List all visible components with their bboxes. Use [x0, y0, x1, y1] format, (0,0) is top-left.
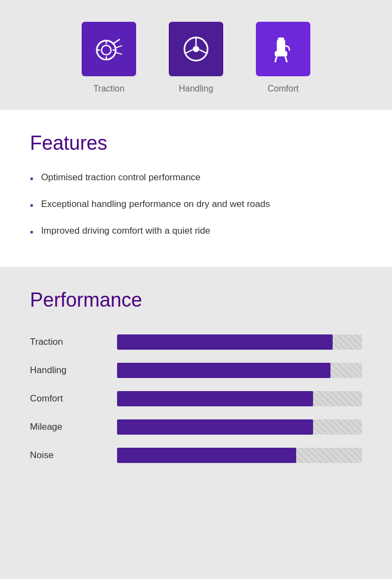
traction-icon	[93, 33, 125, 65]
perf-label: Noise	[30, 450, 117, 461]
traction-icon-box	[82, 22, 136, 76]
handling-icon-box	[169, 22, 223, 76]
icon-item-comfort: Comfort	[256, 22, 310, 94]
perf-row: Handling	[30, 356, 362, 385]
perf-label: Comfort	[30, 393, 117, 404]
perf-label: Handling	[30, 365, 117, 376]
svg-rect-13	[278, 38, 284, 42]
features-section: Features ▪ Optimised traction control pe…	[0, 110, 392, 267]
list-item: ▪ Exceptional handling performance on dr…	[30, 198, 362, 212]
features-title: Features	[30, 132, 362, 155]
perf-bar-fill	[117, 363, 330, 378]
perf-bar-fill	[117, 419, 313, 435]
svg-point-7	[193, 46, 199, 52]
svg-rect-12	[275, 51, 287, 57]
icon-item-handling: Handling	[169, 22, 223, 94]
handling-icon	[180, 33, 212, 65]
perf-bar-container	[117, 419, 362, 435]
icon-item-traction: Traction	[82, 22, 136, 94]
list-item: ▪ Optimised traction control performance	[30, 171, 362, 186]
performance-title: Performance	[30, 289, 362, 312]
perf-row: Comfort	[30, 385, 362, 413]
icons-section: Traction Handling	[0, 0, 392, 110]
svg-line-9	[186, 50, 193, 53]
perf-bar-container	[117, 391, 362, 406]
features-list: ▪ Optimised traction control performance…	[30, 171, 362, 240]
bullet-icon: ▪	[30, 199, 33, 212]
perf-bar-container	[117, 363, 362, 378]
perf-bar-fill	[117, 334, 333, 350]
perf-bar-fill	[117, 448, 296, 463]
feature-text-2: Exceptional handling performance on dry …	[41, 198, 270, 211]
performance-section: Performance TractionHandlingComfortMilea…	[0, 267, 392, 497]
comfort-label: Comfort	[268, 84, 299, 94]
perf-label: Traction	[30, 337, 117, 348]
svg-line-15	[285, 57, 287, 62]
bullet-icon: ▪	[30, 225, 33, 239]
perf-bar-container	[117, 334, 362, 350]
comfort-icon	[267, 33, 299, 65]
feature-text-3: Improved driving comfort with a quiet ri…	[41, 224, 210, 237]
perf-bar-fill	[117, 391, 313, 406]
perf-row: Noise	[30, 441, 362, 470]
handling-label: Handling	[179, 84, 213, 94]
comfort-icon-box	[256, 22, 310, 76]
perf-bar-container	[117, 448, 362, 463]
feature-text-1: Optimised traction control performance	[41, 171, 200, 184]
perf-row: Mileage	[30, 413, 362, 441]
list-item: ▪ Improved driving comfort with a quiet …	[30, 224, 362, 239]
bullet-icon: ▪	[30, 172, 33, 186]
perf-label: Mileage	[30, 422, 117, 432]
svg-point-1	[101, 45, 111, 54]
perf-row: Traction	[30, 328, 362, 356]
performance-rows: TractionHandlingComfortMileageNoise	[30, 328, 362, 470]
svg-line-10	[199, 50, 207, 53]
svg-line-14	[275, 57, 277, 62]
traction-label: Traction	[93, 84, 124, 94]
